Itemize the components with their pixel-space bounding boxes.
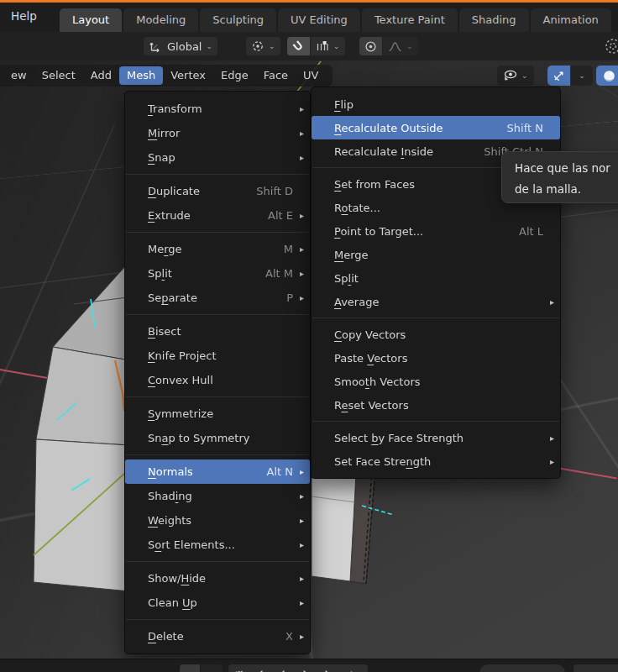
chevron-down-icon: ⌄	[579, 71, 585, 80]
current-frame-field[interactable]	[201, 664, 223, 672]
menu-item-shortcut: M	[272, 243, 293, 255]
workspace-tabs: LayoutModelingSculptingUV EditingTexture…	[60, 8, 611, 32]
menu-item-label: Rotate...	[334, 202, 380, 214]
menu-item-delete[interactable]: DeleteX▸	[125, 624, 310, 648]
shading-sphere-icon	[602, 69, 616, 83]
chevron-down-icon: ⌄	[206, 42, 212, 50]
menu-item-normals[interactable]: NormalsAlt N▸	[125, 459, 310, 484]
menu-item-label: Convex Hull	[148, 374, 213, 386]
object-visibility-dropdown[interactable]: ⌄	[497, 66, 534, 86]
menu-item-duplicate[interactable]: DuplicateShift D	[125, 179, 310, 203]
menu-item-copy-vectors[interactable]: Copy Vectors	[312, 323, 560, 346]
menu-item-shading[interactable]: Shading▸	[125, 484, 310, 508]
menu-item-point-to-target[interactable]: Point to Target...Alt L	[312, 219, 560, 243]
tab-layout[interactable]: Layout	[60, 8, 122, 32]
tab-shading[interactable]: Shading	[459, 8, 529, 32]
menu-item-label: Split	[148, 267, 172, 280]
3d-viewport[interactable]: ewSelectAddMeshVertexEdgeFaceUV ⌄ ⌄ Tran…	[0, 60, 618, 659]
menu-item-symmetrize[interactable]: Symmetrize	[125, 402, 310, 426]
snap-magnet-icon	[290, 37, 307, 55]
transform-orientation-dropdown[interactable]: Global ⌄	[144, 37, 217, 55]
help-menu[interactable]: Help	[11, 9, 37, 23]
mesh-menu: Transform▸Mirror▸Snap▸DuplicateShift DEx…	[124, 91, 311, 654]
menu-item-smooth-vectors[interactable]: Smooth Vectors	[312, 370, 560, 393]
menu-item-separate[interactable]: SeparateP▸	[125, 286, 310, 310]
viewport-menu-edge[interactable]: Edge	[213, 66, 256, 85]
menu-item-extrude[interactable]: ExtrudeAlt E▸	[125, 203, 310, 228]
menu-item-reset-vectors[interactable]: Reset Vectors	[312, 393, 560, 417]
proportional-editing-button[interactable]	[359, 37, 382, 55]
menu-item-sort-elements[interactable]: Sort Elements...▸	[125, 533, 310, 557]
timeline-options-button[interactable]	[573, 664, 618, 672]
snap-with-dropdown[interactable]: ⌄	[311, 37, 345, 55]
menu-item-snap-to-symmetry[interactable]: Snap to Symmetry	[125, 426, 310, 450]
playback-controls[interactable]: ⏮⏴⏴⏵⏵⏭	[228, 664, 368, 672]
jump-to-end-icon[interactable]: ⏭	[338, 664, 359, 672]
tooltip-line: Hace que las nor	[515, 158, 618, 179]
submenu-arrow-icon: ▸	[293, 574, 304, 583]
menu-item-label: Average	[334, 296, 379, 308]
gizmo-dropdown[interactable]: ⌄	[571, 66, 593, 86]
falloff-curve-icon	[388, 40, 402, 53]
overlap-circles-icon[interactable]	[604, 38, 618, 55]
menu-item-label: Shading	[148, 490, 192, 502]
menu-item-label: Separate	[148, 291, 197, 304]
menu-item-shortcut: Alt N	[255, 465, 293, 478]
menu-item-shortcut: Alt E	[256, 209, 293, 222]
viewport-menu-select[interactable]: Select	[34, 66, 83, 85]
menu-item-flip[interactable]: Flip	[312, 92, 560, 116]
menu-item-transform[interactable]: Transform▸	[125, 97, 310, 121]
tab-sculpting[interactable]: Sculpting	[200, 8, 276, 32]
viewport-menu-uv[interactable]: UV	[296, 66, 326, 85]
menu-item-mirror[interactable]: Mirror▸	[125, 121, 310, 145]
prev-keyframe-icon[interactable]: ⏴	[250, 664, 272, 672]
frame-decrement-button[interactable]	[180, 664, 200, 672]
show-gizmo-button[interactable]	[547, 66, 570, 86]
menu-item-label: Mirror	[148, 127, 180, 139]
menu-item-average[interactable]: Average▸	[312, 290, 560, 313]
proportional-editing-icon	[364, 40, 377, 53]
menu-item-label: Recalculate Outside	[334, 122, 443, 134]
window-active-outline	[0, 0, 618, 3]
menu-item-label: Bisect	[148, 325, 181, 338]
menu-item-paste-vectors[interactable]: Paste Vectors	[312, 346, 560, 370]
menu-item-select-by-face-strength[interactable]: Select by Face Strength▸	[312, 426, 560, 449]
menu-item-snap[interactable]: Snap▸	[125, 145, 310, 170]
menu-item-bisect[interactable]: Bisect	[125, 319, 310, 344]
pivot-point-icon	[251, 39, 264, 53]
menu-separator	[126, 232, 309, 233]
snap-toggle-button[interactable]	[287, 37, 310, 55]
viewport-menu-face[interactable]: Face	[256, 66, 296, 85]
menu-item-shortcut: Shift N	[495, 122, 543, 134]
viewport-menu-vertex[interactable]: Vertex	[163, 66, 213, 85]
jump-to-start-icon[interactable]: ⏮	[228, 664, 250, 672]
tab-modeling[interactable]: Modeling	[123, 8, 198, 32]
play-icon[interactable]: ⏵	[294, 664, 316, 672]
viewport-menu-add[interactable]: Add	[83, 66, 119, 85]
tab-uv-editing[interactable]: UV Editing	[278, 8, 360, 32]
menu-item-show-hide[interactable]: Show/Hide▸	[125, 566, 310, 591]
menu-item-split[interactable]: Split	[312, 266, 560, 290]
menu-item-clean-up[interactable]: Clean Up▸	[125, 591, 310, 615]
menu-item-set-face-strength[interactable]: Set Face Strength▸	[312, 449, 560, 473]
falloff-dropdown[interactable]: ⌄	[383, 37, 418, 55]
submenu-arrow-icon: ▸	[293, 516, 304, 525]
tab-texture-paint[interactable]: Texture Paint	[362, 8, 458, 32]
menu-item-merge[interactable]: Merge	[312, 243, 560, 266]
next-keyframe-icon[interactable]: ⏵	[316, 664, 338, 672]
menu-item-recalculate-outside[interactable]: Recalculate OutsideShift N	[312, 116, 560, 139]
menu-item-weights[interactable]: Weights▸	[125, 508, 310, 533]
play-reverse-icon[interactable]: ⏴	[272, 664, 294, 672]
viewport-menu-mesh[interactable]: Mesh	[119, 66, 163, 85]
frame-range-field[interactable]	[479, 664, 565, 672]
menu-item-shortcut: Alt M	[254, 267, 293, 280]
tab-animation[interactable]: Animation	[531, 8, 611, 32]
menu-item-convex-hull[interactable]: Convex Hull	[125, 368, 310, 392]
menu-item-merge[interactable]: MergeM▸	[125, 237, 310, 261]
viewport-menu-ew[interactable]: ew	[3, 66, 34, 85]
viewport-shading-button[interactable]	[596, 66, 618, 86]
menu-item-split[interactable]: SplitAlt M▸	[125, 261, 310, 286]
pivot-point-dropdown[interactable]: ⌄	[246, 37, 280, 55]
menu-item-label: Snap to Symmetry	[148, 432, 249, 444]
menu-item-knife-project[interactable]: Knife Project	[125, 344, 310, 368]
